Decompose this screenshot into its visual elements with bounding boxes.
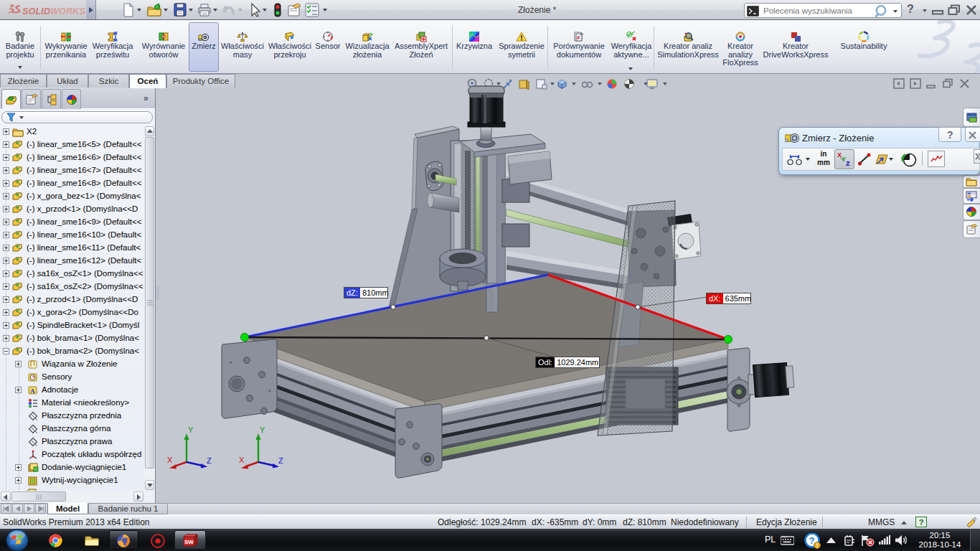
svg-text:SOLID: SOLID (22, 6, 50, 17)
svg-text:Z: Z (207, 456, 212, 465)
svg-text:Y: Y (188, 425, 194, 434)
svg-text:WORKS: WORKS (50, 6, 85, 17)
svg-text:X: X (239, 456, 245, 464)
svg-text:Z: Z (278, 456, 283, 465)
svg-text:X: X (167, 456, 173, 464)
svg-text:SW: SW (184, 539, 194, 545)
svg-text:≠: ≠ (577, 34, 580, 41)
svg-text:Y: Y (260, 425, 265, 434)
